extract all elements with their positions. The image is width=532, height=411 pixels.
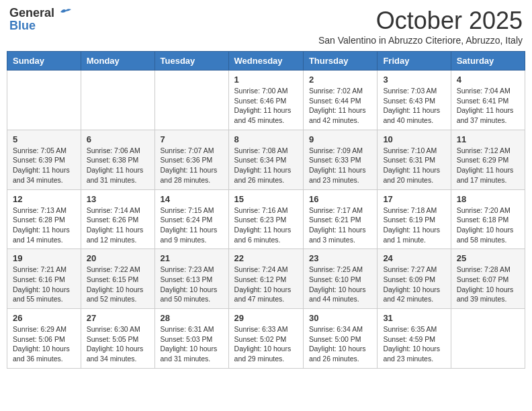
- day-number: 13: [87, 194, 149, 204]
- calendar-cell: 21Sunrise: 7:23 AM Sunset: 6:13 PM Dayli…: [154, 249, 228, 309]
- day-info: Sunrise: 7:13 AM Sunset: 6:28 PM Dayligh…: [13, 205, 75, 245]
- month-title: October 2025: [318, 7, 523, 35]
- calendar-cell: 9Sunrise: 7:09 AM Sunset: 6:33 PM Daylig…: [303, 130, 377, 189]
- day-header-tuesday: Tuesday: [154, 52, 228, 71]
- day-info: Sunrise: 6:31 AM Sunset: 5:03 PM Dayligh…: [161, 324, 223, 364]
- calendar-cell: 2Sunrise: 7:02 AM Sunset: 6:44 PM Daylig…: [303, 71, 377, 130]
- day-number: 28: [161, 313, 223, 323]
- day-number: 19: [13, 253, 75, 263]
- day-number: 5: [13, 134, 75, 144]
- day-number: 11: [457, 134, 519, 144]
- day-number: 6: [87, 134, 149, 144]
- day-info: Sunrise: 7:09 AM Sunset: 6:33 PM Dayligh…: [309, 146, 371, 185]
- calendar-table: SundayMondayTuesdayWednesdayThursdayFrid…: [7, 51, 525, 369]
- calendar-cell: [7, 71, 81, 130]
- day-info: Sunrise: 7:17 AM Sunset: 6:21 PM Dayligh…: [309, 205, 371, 245]
- day-info: Sunrise: 7:07 AM Sunset: 6:36 PM Dayligh…: [161, 146, 223, 185]
- calendar-cell: [451, 309, 525, 369]
- day-info: Sunrise: 7:14 AM Sunset: 6:26 PM Dayligh…: [87, 205, 149, 245]
- day-number: 1: [234, 75, 298, 85]
- day-number: 3: [383, 75, 445, 85]
- calendar-cell: 22Sunrise: 7:24 AM Sunset: 6:12 PM Dayli…: [228, 249, 303, 309]
- day-number: 31: [383, 313, 445, 323]
- page-header: General Blue October 2025 San Valentino …: [7, 7, 525, 46]
- day-number: 7: [161, 134, 223, 144]
- day-info: Sunrise: 7:08 AM Sunset: 6:34 PM Dayligh…: [234, 146, 298, 185]
- day-header-sunday: Sunday: [7, 52, 81, 71]
- day-number: 21: [161, 253, 223, 263]
- calendar-cell: [81, 71, 154, 130]
- day-header-saturday: Saturday: [451, 52, 525, 71]
- calendar-week-row: 26Sunrise: 6:29 AM Sunset: 5:06 PM Dayli…: [7, 309, 525, 369]
- day-number: 20: [87, 253, 149, 263]
- calendar-cell: 17Sunrise: 7:18 AM Sunset: 6:19 PM Dayli…: [378, 189, 451, 249]
- day-info: Sunrise: 7:12 AM Sunset: 6:29 PM Dayligh…: [457, 146, 519, 185]
- day-number: 18: [457, 194, 519, 204]
- calendar-cell: 28Sunrise: 6:31 AM Sunset: 5:03 PM Dayli…: [154, 309, 228, 369]
- day-info: Sunrise: 7:10 AM Sunset: 6:31 PM Dayligh…: [383, 146, 445, 185]
- day-number: 24: [383, 253, 445, 263]
- day-info: Sunrise: 7:03 AM Sunset: 6:43 PM Dayligh…: [383, 86, 445, 126]
- day-number: 27: [87, 313, 149, 323]
- calendar-cell: 4Sunrise: 7:04 AM Sunset: 6:41 PM Daylig…: [451, 71, 525, 130]
- day-info: Sunrise: 7:20 AM Sunset: 6:18 PM Dayligh…: [457, 205, 519, 245]
- calendar-cell: 25Sunrise: 7:28 AM Sunset: 6:07 PM Dayli…: [451, 249, 525, 309]
- calendar-cell: 5Sunrise: 7:05 AM Sunset: 6:39 PM Daylig…: [7, 130, 81, 189]
- day-info: Sunrise: 7:28 AM Sunset: 6:07 PM Dayligh…: [457, 265, 519, 304]
- logo-bird-icon: [59, 7, 71, 17]
- calendar-cell: 6Sunrise: 7:06 AM Sunset: 6:38 PM Daylig…: [81, 130, 154, 189]
- day-number: 14: [161, 194, 223, 204]
- day-header-monday: Monday: [81, 52, 154, 71]
- calendar-cell: 24Sunrise: 7:27 AM Sunset: 6:09 PM Dayli…: [378, 249, 451, 309]
- day-number: 25: [457, 253, 519, 263]
- calendar-header-row: SundayMondayTuesdayWednesdayThursdayFrid…: [7, 52, 525, 71]
- day-number: 16: [309, 194, 371, 204]
- day-number: 26: [13, 313, 75, 323]
- day-info: Sunrise: 6:30 AM Sunset: 5:05 PM Dayligh…: [87, 324, 149, 364]
- day-number: 10: [383, 134, 445, 144]
- day-number: 30: [309, 313, 371, 323]
- calendar-cell: 14Sunrise: 7:15 AM Sunset: 6:24 PM Dayli…: [154, 189, 228, 249]
- day-number: 4: [457, 75, 519, 85]
- calendar-week-row: 5Sunrise: 7:05 AM Sunset: 6:39 PM Daylig…: [7, 130, 525, 189]
- calendar-cell: [154, 71, 228, 130]
- day-info: Sunrise: 7:27 AM Sunset: 6:09 PM Dayligh…: [383, 265, 445, 304]
- day-number: 12: [13, 194, 75, 204]
- logo: General Blue: [9, 7, 71, 32]
- day-info: Sunrise: 7:04 AM Sunset: 6:41 PM Dayligh…: [457, 86, 519, 126]
- day-info: Sunrise: 7:24 AM Sunset: 6:12 PM Dayligh…: [234, 265, 298, 304]
- day-info: Sunrise: 6:35 AM Sunset: 4:59 PM Dayligh…: [383, 324, 445, 364]
- calendar-cell: 23Sunrise: 7:25 AM Sunset: 6:10 PM Dayli…: [303, 249, 377, 309]
- calendar-cell: 13Sunrise: 7:14 AM Sunset: 6:26 PM Dayli…: [81, 189, 154, 249]
- logo-blue-text: Blue: [9, 19, 36, 32]
- calendar-cell: 15Sunrise: 7:16 AM Sunset: 6:23 PM Dayli…: [228, 189, 303, 249]
- calendar-cell: 26Sunrise: 6:29 AM Sunset: 5:06 PM Dayli…: [7, 309, 81, 369]
- day-info: Sunrise: 7:22 AM Sunset: 6:15 PM Dayligh…: [87, 265, 149, 304]
- day-header-thursday: Thursday: [303, 52, 377, 71]
- calendar-cell: 12Sunrise: 7:13 AM Sunset: 6:28 PM Dayli…: [7, 189, 81, 249]
- calendar-cell: 10Sunrise: 7:10 AM Sunset: 6:31 PM Dayli…: [378, 130, 451, 189]
- day-info: Sunrise: 7:06 AM Sunset: 6:38 PM Dayligh…: [87, 146, 149, 185]
- day-info: Sunrise: 7:16 AM Sunset: 6:23 PM Dayligh…: [234, 205, 298, 245]
- day-info: Sunrise: 7:23 AM Sunset: 6:13 PM Dayligh…: [161, 265, 223, 304]
- calendar-cell: 1Sunrise: 7:00 AM Sunset: 6:46 PM Daylig…: [228, 71, 303, 130]
- day-number: 15: [234, 194, 298, 204]
- calendar-cell: 7Sunrise: 7:07 AM Sunset: 6:36 PM Daylig…: [154, 130, 228, 189]
- day-number: 23: [309, 253, 371, 263]
- day-info: Sunrise: 7:05 AM Sunset: 6:39 PM Dayligh…: [13, 146, 75, 185]
- day-info: Sunrise: 7:02 AM Sunset: 6:44 PM Dayligh…: [309, 86, 371, 126]
- day-info: Sunrise: 7:25 AM Sunset: 6:10 PM Dayligh…: [309, 265, 371, 304]
- day-number: 8: [234, 134, 298, 144]
- day-info: Sunrise: 6:29 AM Sunset: 5:06 PM Dayligh…: [13, 324, 75, 364]
- calendar-cell: 31Sunrise: 6:35 AM Sunset: 4:59 PM Dayli…: [378, 309, 451, 369]
- day-info: Sunrise: 7:15 AM Sunset: 6:24 PM Dayligh…: [161, 205, 223, 245]
- calendar-cell: 3Sunrise: 7:03 AM Sunset: 6:43 PM Daylig…: [378, 71, 451, 130]
- day-info: Sunrise: 7:21 AM Sunset: 6:16 PM Dayligh…: [13, 265, 75, 304]
- calendar-cell: 19Sunrise: 7:21 AM Sunset: 6:16 PM Dayli…: [7, 249, 81, 309]
- calendar-cell: 30Sunrise: 6:34 AM Sunset: 5:00 PM Dayli…: [303, 309, 377, 369]
- day-number: 9: [309, 134, 371, 144]
- calendar-cell: 8Sunrise: 7:08 AM Sunset: 6:34 PM Daylig…: [228, 130, 303, 189]
- calendar-cell: 16Sunrise: 7:17 AM Sunset: 6:21 PM Dayli…: [303, 189, 377, 249]
- title-section: October 2025 San Valentino in Abruzzo Ci…: [318, 7, 523, 46]
- calendar-cell: 27Sunrise: 6:30 AM Sunset: 5:05 PM Dayli…: [81, 309, 154, 369]
